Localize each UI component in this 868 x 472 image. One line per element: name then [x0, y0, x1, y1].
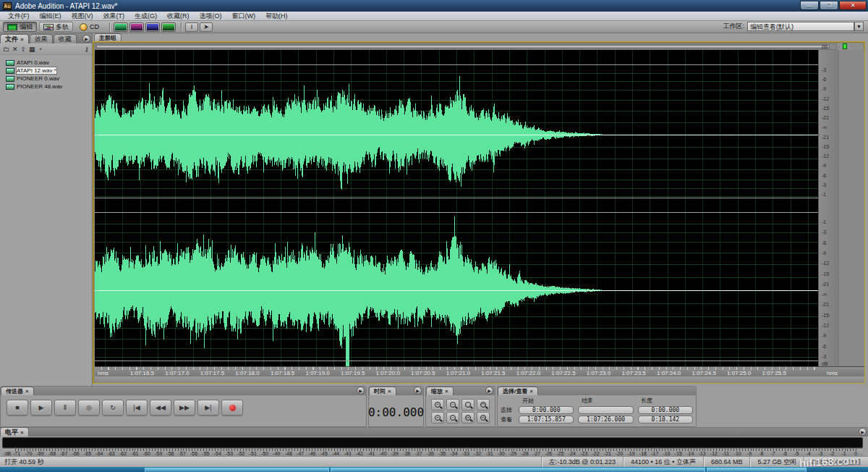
- options-icon[interactable]: ⚷: [84, 46, 89, 53]
- transport-tab[interactable]: 传送器 ×: [1, 387, 34, 395]
- menu-item-4[interactable]: 生成(G): [129, 12, 162, 21]
- selection-end-field[interactable]: [578, 406, 633, 414]
- spectral-frequency-view-button[interactable]: [129, 22, 144, 32]
- waveform-view-button[interactable]: [114, 22, 128, 32]
- maximize-button[interactable]: ❐: [820, 1, 838, 10]
- insert-multitrack-icon[interactable]: ⇪: [21, 46, 27, 53]
- waveform-display[interactable]: [95, 50, 818, 366]
- workspace-dropdown-arrow[interactable]: ▼: [854, 22, 864, 31]
- menu-item-5[interactable]: 收藏(R): [162, 12, 195, 21]
- go-to-beginning-button[interactable]: |◀: [126, 400, 148, 416]
- menu-item-3[interactable]: 效果(T): [98, 12, 130, 21]
- files-tab-0[interactable]: 文件×: [0, 34, 29, 43]
- meter-scale-label: -13: [699, 451, 706, 456]
- view-length-field[interactable]: 0:10.142: [638, 416, 693, 423]
- multitrack-view-button[interactable]: 多轨: [39, 22, 73, 32]
- close-file-icon[interactable]: ✕: [12, 46, 18, 53]
- zoom-in-vertical-button[interactable]: +: [431, 412, 444, 423]
- scrub-tool[interactable]: ➤: [200, 22, 213, 32]
- left-channel-db-label: -3: [822, 67, 826, 72]
- workspace-value[interactable]: 编辑查看(默认): [747, 22, 854, 31]
- view-start-field[interactable]: 1:07:15.857: [519, 416, 574, 423]
- zoom-in-right-edge-button[interactable]: +|: [477, 412, 490, 423]
- main-group-tab[interactable]: 主群组: [94, 33, 122, 41]
- close-button[interactable]: ✕: [839, 1, 867, 10]
- pause-button[interactable]: Ⅱ: [54, 400, 76, 416]
- level-tab[interactable]: 电平 ×: [0, 427, 29, 437]
- row-label: 选择: [501, 406, 514, 414]
- zoom-out-horizontal-button[interactable]: −: [446, 399, 459, 410]
- horizontal-scrollbar[interactable]: [95, 43, 837, 50]
- timeline-label: 1:07:17.0: [165, 370, 189, 376]
- waveform-canvas[interactable]: [95, 50, 818, 366]
- panel-menu-icon[interactable]: ▶: [859, 428, 867, 436]
- play-looped-button[interactable]: ↻: [102, 400, 124, 416]
- edit-view-button[interactable]: 编辑: [3, 22, 37, 32]
- stop-button[interactable]: ■: [7, 400, 28, 416]
- file-item[interactable]: ATAPI 12.wav *: [0, 67, 92, 75]
- close-icon[interactable]: ×: [20, 36, 24, 43]
- menu-item-8[interactable]: 帮助(H): [260, 12, 293, 21]
- go-to-end-button[interactable]: ▶|: [197, 400, 219, 416]
- spectral-pan-view-button[interactable]: [145, 22, 160, 32]
- play-from-cursor-button[interactable]: ◎: [78, 400, 100, 416]
- file-item[interactable]: ATAPI 0.wav: [0, 59, 92, 67]
- view-end-field[interactable]: 1:07:26.000: [578, 416, 633, 423]
- left-channel-db-label: -15: [822, 106, 829, 111]
- meter-scale-label: -60: [143, 451, 150, 456]
- left-channel-db-label: -12: [822, 96, 829, 101]
- right-channel-db-label: -21: [822, 302, 829, 307]
- selection-length-field[interactable]: 0:00.000: [638, 406, 693, 414]
- time-tab[interactable]: 时间 ×: [369, 387, 396, 395]
- panel-menu-icon[interactable]: ▶: [485, 387, 493, 395]
- close-icon[interactable]: ×: [445, 388, 448, 395]
- meter-scale-label: -8: [759, 451, 763, 456]
- close-icon[interactable]: ×: [20, 429, 24, 436]
- menu-item-1[interactable]: 编辑(E): [35, 12, 67, 21]
- menu-item-0[interactable]: 文件(F): [3, 12, 35, 21]
- close-icon[interactable]: ×: [529, 388, 533, 395]
- file-item[interactable]: PIONEER 0.wav: [0, 75, 92, 83]
- amplitude-ruler[interactable]: dB-3-6-9-12-15-21-∞-21-15-12-9-6-3-1-1-3…: [818, 50, 838, 366]
- close-icon[interactable]: ×: [388, 388, 391, 395]
- import-file-icon[interactable]: 🗀: [3, 46, 9, 53]
- left-channel-db-label: -15: [822, 144, 829, 149]
- files-tab-2[interactable]: 收藏: [54, 34, 77, 43]
- selection-view-tab[interactable]: 选择/查看 ×: [498, 387, 538, 395]
- meter-scale-label: -66: [72, 451, 80, 456]
- zoom-to-selection-button[interactable]: ▭: [477, 399, 490, 410]
- selection-start-field[interactable]: 0:00.000: [519, 406, 574, 414]
- menu-item-6[interactable]: 选项(O): [195, 12, 227, 21]
- zoom-out-vertical-button[interactable]: −: [446, 412, 459, 423]
- file-item[interactable]: PIONEER 48.wav: [0, 83, 92, 90]
- cd-view-button[interactable]: CD: [75, 22, 103, 32]
- insert-cd-icon[interactable]: ▦: [29, 46, 35, 53]
- zoom-out-full-button[interactable]: [461, 399, 475, 410]
- zoom-in-horizontal-button[interactable]: +: [431, 399, 444, 410]
- spectral-phase-view-button[interactable]: [161, 22, 176, 32]
- level-meter-bar[interactable]: [2, 437, 863, 448]
- zoom-in-left-edge-button[interactable]: |+: [461, 412, 475, 423]
- menu-item-7[interactable]: 窗口(W): [227, 12, 261, 21]
- meter-scale-label: -25: [556, 451, 563, 456]
- play-file-icon[interactable]: ◔: [38, 46, 42, 53]
- fast-forward-button[interactable]: ▶▶: [174, 400, 195, 416]
- scrollbar-thumb[interactable]: [96, 45, 830, 49]
- play-button[interactable]: ▶: [30, 400, 52, 416]
- file-list: ATAPI 0.wavATAPI 12.wav *PIONEER 0.wavPI…: [0, 55, 92, 90]
- menu-item-2[interactable]: 视图(V): [67, 12, 98, 21]
- record-button[interactable]: [221, 400, 243, 416]
- audio-file-icon: [6, 76, 14, 82]
- toolbar-separator: [109, 22, 110, 32]
- panel-menu-icon[interactable]: ▶: [414, 387, 422, 395]
- minimize-button[interactable]: —: [800, 1, 819, 10]
- time-selection-tool[interactable]: I: [185, 22, 198, 32]
- panel-menu-icon[interactable]: ▶: [357, 387, 365, 395]
- panel-menu-icon[interactable]: ▶: [82, 35, 90, 43]
- files-tab-1[interactable]: 效果: [30, 34, 53, 43]
- rewind-button[interactable]: ◀◀: [150, 400, 171, 416]
- files-tab-label-2: 收藏: [59, 35, 72, 44]
- zoom-tab[interactable]: 缩放 ×: [426, 387, 454, 395]
- timeline-ruler[interactable]: hms hms 1:07:16.51:07:17.01:07:17.51:07:…: [95, 366, 864, 376]
- close-icon[interactable]: ×: [25, 388, 29, 395]
